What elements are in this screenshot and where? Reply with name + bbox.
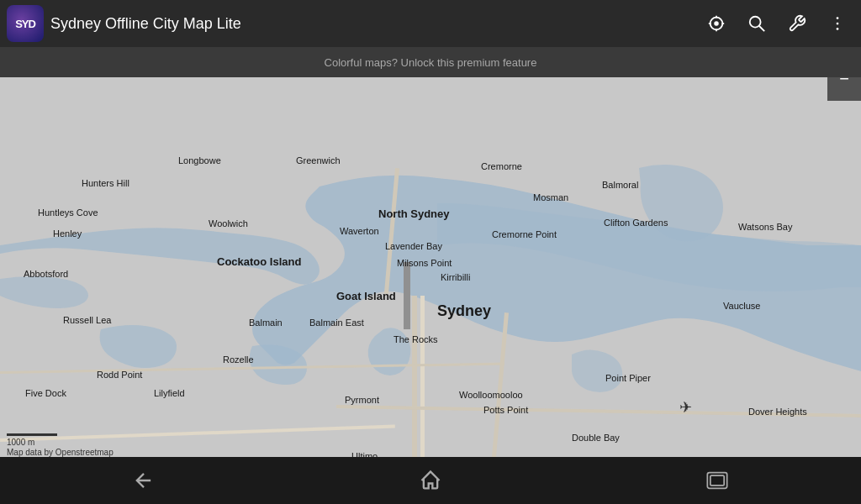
svg-point-6	[750, 17, 761, 28]
svg-point-1	[715, 22, 718, 25]
scale-line	[7, 433, 57, 436]
svg-point-10	[837, 28, 839, 30]
svg-line-7	[759, 26, 764, 31]
toolbar-icons	[700, 7, 861, 40]
svg-point-9	[837, 23, 839, 25]
svg-rect-23	[710, 475, 724, 486]
svg-rect-15	[404, 262, 410, 329]
app-icon-text: SYD	[15, 18, 35, 30]
back-button[interactable]	[119, 464, 169, 497]
map-credit: Map data by Openstreetmap	[7, 448, 114, 457]
promo-text: Colorful maps? Unlock this premium featu…	[325, 56, 537, 69]
location-button[interactable]	[700, 7, 733, 40]
home-button[interactable]	[405, 464, 456, 497]
recents-button[interactable]	[692, 464, 742, 497]
map-area[interactable]: Hunters HillHuntleys CoveHenleyWoolwichC…	[0, 77, 861, 457]
top-bar: SYD Sydney Offline City Map Lite	[0, 0, 861, 47]
scale-bar: 1000 m	[7, 433, 57, 447]
scale-text: 1000 m	[7, 438, 34, 447]
promo-bar[interactable]: Colorful maps? Unlock this premium featu…	[0, 47, 861, 77]
bottom-nav-bar	[0, 457, 861, 504]
settings-button[interactable]	[780, 7, 814, 40]
svg-point-8	[837, 17, 839, 19]
svg-rect-13	[412, 296, 417, 457]
more-button[interactable]	[821, 7, 854, 40]
search-button[interactable]	[740, 7, 774, 40]
svg-rect-14	[420, 296, 425, 457]
airport-icon: ✈	[679, 398, 692, 417]
map-background	[0, 77, 861, 457]
app-icon: SYD	[7, 5, 44, 42]
app-title: Sydney Offline City Map Lite	[50, 15, 700, 33]
